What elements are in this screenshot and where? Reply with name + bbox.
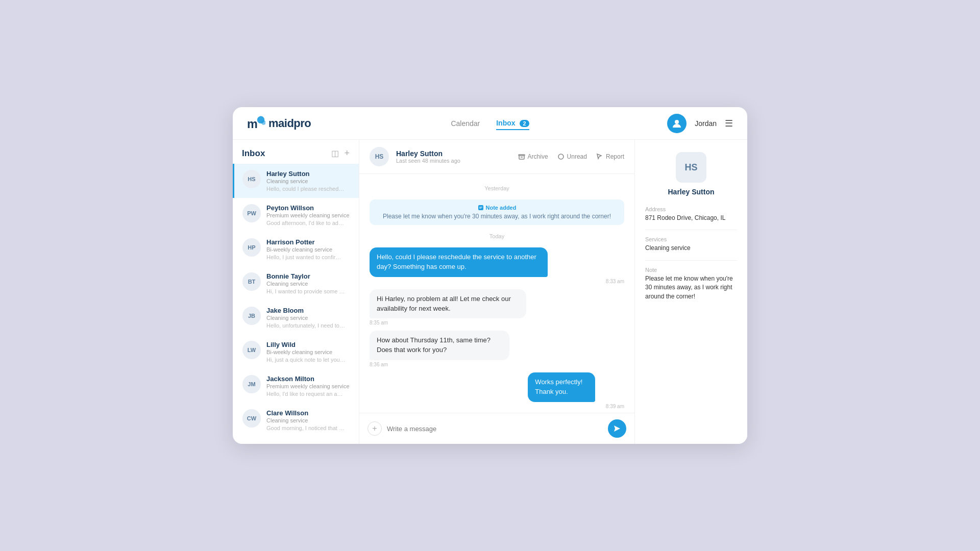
note-bubble: Note added Please let me know when you'r… [370, 199, 624, 225]
nav-inbox[interactable]: Inbox 2 [496, 117, 529, 130]
list-item[interactable]: JM Jackson Milton Premium weekly cleanin… [233, 369, 359, 403]
contact-preview: Good morning, I noticed that the last cl… [266, 425, 346, 431]
logo: m maidpro [247, 114, 339, 133]
contact-service: Cleaning service [266, 417, 351, 423]
svg-rect-4 [519, 155, 525, 156]
contact-preview: Hi, I wanted to provide some specific in… [266, 288, 346, 294]
sidebar-list: HS Harley Sutton Cleaning service Hello,… [233, 164, 359, 444]
user-avatar[interactable] [667, 114, 687, 133]
logo-text: maidpro [268, 117, 311, 130]
rp-note-value: Please let me know when you're 30 minute… [645, 274, 737, 301]
message-bubble: Hi Harley, no problem at all! Let me che… [370, 289, 526, 319]
avatar: JB [242, 307, 261, 325]
chat-avatar: HS [370, 147, 389, 166]
main-layout: Inbox ◫ + HS Harley Sutton Cleaning serv… [233, 140, 747, 444]
contact-service: Cleaning service [266, 315, 351, 321]
avatar: BT [242, 272, 261, 291]
date-divider: Yesterday [370, 185, 624, 191]
list-item[interactable]: HP Harrison Potter Bi-weekly cleaning se… [233, 232, 359, 266]
sidebar-header: Inbox ◫ + [233, 140, 359, 164]
rp-note-label: Note [645, 267, 737, 273]
app-window: m maidpro Calendar Inbox 2 Jordan ☰ [233, 107, 747, 444]
contact-service: Cleaning service [266, 178, 351, 184]
message-row: Works perfectly! Thank you. 8:39 am [370, 372, 624, 409]
svg-point-3 [675, 120, 679, 124]
message-time: 8:36 am [370, 362, 570, 367]
contact-name: Clare Willson [266, 409, 351, 417]
contact-preview: Hi, just a quick note to let you know th… [266, 357, 346, 363]
rp-address-label: Address [645, 206, 737, 212]
inbox-badge: 2 [520, 120, 529, 127]
contact-preview: Hello, unfortunately, I need to cancel o… [266, 322, 346, 329]
list-item[interactable]: PW Peyton Willson Premium weekly cleanin… [233, 198, 359, 232]
list-item[interactable]: LW Lilly Wild Bi-weekly cleaning service… [233, 335, 359, 369]
contact-preview: Hello, could I please reschedule the ser… [266, 186, 346, 192]
contact-name: Jackson Milton [266, 375, 351, 383]
message-time: 8:33 am [370, 279, 624, 284]
sidebar-actions: ◫ + [331, 148, 350, 159]
message-input[interactable] [387, 425, 603, 433]
svg-text:m: m [247, 117, 258, 131]
contact-service: Premium weekly cleaning service [266, 212, 351, 218]
list-item[interactable]: BT Bonnie Taylor Cleaning service Hi, I … [233, 266, 359, 300]
main-nav: Calendar Inbox 2 [339, 117, 641, 130]
message-bubble: How about Thursday 11th, same time? Does… [370, 331, 509, 360]
rp-address-row: Address 871 Rodeo Drive, Chicago, IL [645, 206, 737, 222]
rp-divider [645, 260, 737, 261]
filter-icon[interactable]: ◫ [331, 148, 339, 158]
message-row: How about Thursday 11th, same time? Does… [370, 331, 624, 367]
rp-services-row: Services Cleaning service [645, 236, 737, 253]
add-contact-icon[interactable]: + [344, 148, 350, 159]
date-divider: Today [370, 233, 624, 239]
right-panel: HS Harley Sutton Address 871 Rodeo Drive… [635, 140, 747, 444]
chat-area: HS Harley Sutton Last seen 48 minutes ag… [359, 140, 635, 444]
chat-input-area: + [359, 413, 634, 444]
rp-name: Harley Sutton [645, 188, 737, 196]
rp-address-value: 871 Rodeo Drive, Chicago, IL [645, 214, 737, 222]
contact-preview: Hello, I just wanted to confirm our clea… [266, 254, 346, 260]
send-button[interactable] [608, 419, 626, 438]
list-item[interactable]: CW Clare Willson Cleaning service Good m… [233, 403, 359, 437]
unread-action[interactable]: Unread [557, 153, 587, 160]
message-bubble: Hello, could I please reschedule the ser… [370, 247, 548, 277]
messages-area: Yesterday Note added Please let me know … [359, 174, 634, 413]
contact-service: Bi-weekly cleaning service [266, 246, 351, 253]
rp-divider [645, 230, 737, 230]
rp-avatar: HS [676, 152, 706, 183]
chat-header-info: Harley Sutton Last seen 48 minutes ago [396, 149, 511, 164]
message-time: 8:39 am [528, 404, 624, 409]
report-action[interactable]: Report [596, 153, 624, 160]
archive-action[interactable]: Archive [518, 153, 548, 160]
nav-calendar[interactable]: Calendar [451, 117, 480, 130]
avatar: JM [242, 375, 261, 393]
menu-icon[interactable]: ☰ [725, 118, 733, 129]
list-item[interactable]: JB Jake Bloom Cleaning service Hello, un… [233, 300, 359, 335]
contact-name: Harrison Potter [266, 238, 351, 246]
contact-service: Cleaning service [266, 281, 351, 287]
message-row: Hi Harley, no problem at all! Let me che… [370, 289, 624, 326]
chat-header-actions: Archive Unread Report [518, 153, 624, 160]
rp-services-value: Cleaning service [645, 244, 737, 253]
chat-contact-name: Harley Sutton [396, 149, 511, 158]
rp-services-label: Services [645, 236, 737, 242]
message-row: Hello, could I please reschedule the ser… [370, 247, 624, 284]
message-time: 8:35 am [370, 320, 594, 325]
username: Jordan [695, 119, 717, 128]
message-bubble: Works perfectly! Thank you. [528, 372, 595, 402]
contact-name: Peyton Willson [266, 204, 351, 212]
list-item[interactable]: HS Harley Sutton Cleaning service Hello,… [233, 164, 359, 198]
contact-name: Jake Bloom [266, 307, 351, 314]
attach-button[interactable]: + [368, 421, 382, 436]
avatar: HS [242, 170, 261, 188]
contact-name: Lilly Wild [266, 341, 351, 348]
chat-last-seen: Last seen 48 minutes ago [396, 158, 511, 164]
avatar: CW [242, 409, 261, 428]
contact-name: Bonnie Taylor [266, 272, 351, 280]
sidebar: Inbox ◫ + HS Harley Sutton Cleaning serv… [233, 140, 359, 444]
contact-service: Bi-weekly cleaning service [266, 349, 351, 355]
sidebar-title: Inbox [242, 148, 265, 159]
note-label: Note added [478, 205, 517, 211]
header-right: Jordan ☰ [641, 114, 733, 133]
avatar: PW [242, 204, 261, 222]
avatar: LW [242, 341, 261, 359]
